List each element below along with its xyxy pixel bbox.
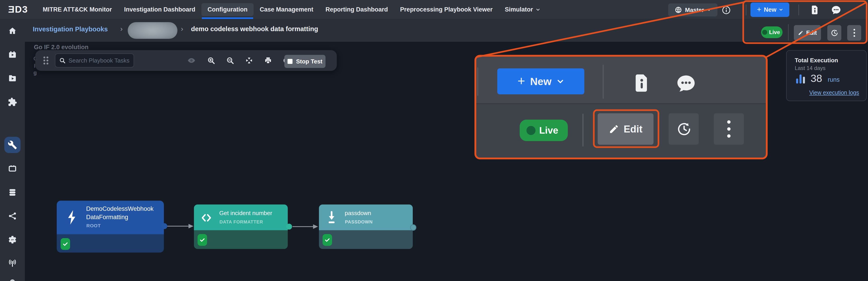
node-header: passdown PASSDOWN <box>319 205 413 230</box>
nav-item-investigation-dashboard[interactable]: Investigation Dashboard <box>118 3 202 16</box>
user-avatar-magnified[interactable] <box>712 69 743 97</box>
code-icon <box>200 212 213 224</box>
sidebar-item-scheduled-playbooks[interactable] <box>4 46 21 63</box>
success-check-badge <box>322 234 332 246</box>
canvas-toolbar: Stop Test <box>35 50 337 71</box>
view-execution-logs-link[interactable]: View execution logs <box>809 90 859 96</box>
execution-summary-panel: Total Execution Last 14 days 38 runs Vie… <box>786 50 867 101</box>
user-avatar[interactable] <box>842 0 867 20</box>
download-icon <box>326 211 338 225</box>
live-status-toggle[interactable]: Live <box>761 26 782 38</box>
breadcrumb-section-link[interactable]: Investigation Playbooks <box>33 26 108 33</box>
search-icon <box>59 57 66 64</box>
chevron-down-icon <box>557 78 564 85</box>
node-type-label: DATA FORMATTER <box>219 219 263 224</box>
sidebar-item-home[interactable] <box>4 23 21 39</box>
node-status-section <box>319 230 413 249</box>
toolbar-divider <box>477 68 478 96</box>
release-notes-icon[interactable] <box>631 73 652 94</box>
more-options-button[interactable] <box>847 25 861 41</box>
more-options-button-magnified[interactable] <box>714 113 744 145</box>
execution-count: 38 <box>811 72 822 84</box>
kebab-dot <box>854 35 855 37</box>
svg-text:API: API <box>11 239 14 241</box>
zoom-in-icon[interactable] <box>207 57 215 65</box>
node-title: passdown <box>345 209 371 217</box>
search-box <box>55 54 134 68</box>
nav-item-mitre-attack-monitor[interactable]: MITRE ATT&CK Monitor <box>37 3 118 16</box>
toolbar-divider <box>602 65 604 99</box>
chat-icon[interactable] <box>676 73 696 93</box>
edit-button-magnified[interactable]: Edit <box>598 113 653 145</box>
visibility-toggle-icon[interactable] <box>187 56 196 65</box>
info-icon[interactable] <box>722 6 731 14</box>
d3-logo[interactable]: ƎD3 <box>8 4 28 15</box>
drag-handle-icon[interactable] <box>42 56 50 65</box>
callout-bottom-row: Live Edit <box>475 103 767 159</box>
nav-item-reporting-dashboard[interactable]: Reporting Dashboard <box>319 3 394 16</box>
execution-unit: runs <box>828 76 840 83</box>
page-title: demo codeless webhook data formatting <box>191 25 318 33</box>
sidebar-item-connections[interactable] <box>4 208 21 224</box>
node-output-port[interactable] <box>410 224 416 231</box>
plus-icon: + <box>518 73 525 88</box>
new-button[interactable]: + New <box>750 2 789 17</box>
database-icon <box>8 188 17 197</box>
share-nodes-icon <box>8 211 17 220</box>
node-output-port[interactable] <box>161 223 167 229</box>
version-history-button-magnified[interactable] <box>669 113 699 145</box>
top-navigation-bar: ƎD3 MITRE ATT&CK Monitor Investigation D… <box>0 0 868 19</box>
sidebar-item-integrations[interactable] <box>4 94 21 110</box>
active-tab-indicator <box>202 17 253 19</box>
kebab-dot <box>727 127 731 131</box>
nav-item-simulator[interactable]: Simulator <box>499 3 546 16</box>
stop-test-button[interactable]: Stop Test <box>284 55 326 68</box>
breadcrumb-separator: › <box>181 25 183 33</box>
actions-divider <box>582 114 584 146</box>
new-button-magnified[interactable]: + New <box>497 68 584 94</box>
lightning-icon <box>65 209 79 225</box>
calendar-play-icon <box>8 50 17 59</box>
sidebar-item-web-reports[interactable] <box>4 276 21 281</box>
check-icon <box>62 241 68 247</box>
broadcast-icon <box>8 259 17 268</box>
edit-button[interactable]: Edit <box>794 25 821 41</box>
nav-item-case-management[interactable]: Case Management <box>254 3 319 16</box>
search-input[interactable] <box>68 57 129 64</box>
node-header: DemoCodelessWebhook DataFormatting ROOT <box>57 201 164 234</box>
sidebar-item-live-feed[interactable] <box>4 255 21 272</box>
nav-item-preprocessing-playbook-viewer[interactable]: Preprocessing Playbook Viewer <box>394 3 499 16</box>
node-output-port[interactable] <box>286 224 292 230</box>
playbook-node-root[interactable]: DemoCodelessWebhook DataFormatting ROOT <box>57 201 164 252</box>
zoom-callout-box: + New Live Edit <box>475 56 767 159</box>
node-header: Get incident number DATA FORMATTER <box>194 205 288 230</box>
zoom-out-icon[interactable] <box>226 57 234 65</box>
print-icon[interactable] <box>264 57 272 65</box>
callout-top-row: + New <box>475 56 767 103</box>
redaction-blur <box>128 22 178 39</box>
history-clock-icon <box>831 29 838 37</box>
version-history-button[interactable] <box>827 25 841 41</box>
node-title: Get incident number <box>219 209 272 217</box>
sidebar-item-api-settings[interactable]: API <box>4 232 21 248</box>
breadcrumb-bar: Investigation Playbooks › › demo codeles… <box>0 19 868 42</box>
site-selector-dropdown[interactable]: Master <box>668 3 717 16</box>
bar-chart-icon <box>796 74 806 83</box>
live-status-toggle-magnified[interactable]: Live <box>520 119 568 141</box>
breadcrumb-redacted-item <box>128 22 178 39</box>
sidebar-item-utility-commands[interactable] <box>4 137 21 153</box>
globe-icon <box>675 6 682 13</box>
kebab-dot <box>727 120 731 124</box>
sidebar-item-data-management[interactable] <box>4 184 21 201</box>
release-notes-icon[interactable] <box>810 5 820 15</box>
fit-to-screen-icon[interactable] <box>245 57 253 65</box>
playbook-node-data-formatter[interactable]: Get incident number DATA FORMATTER <box>194 205 288 249</box>
left-sidebar: API <box>0 19 25 281</box>
nav-item-configuration[interactable]: Configuration <box>202 3 254 16</box>
chat-icon[interactable] <box>831 5 841 15</box>
breadcrumb-separator: › <box>120 25 123 33</box>
node-type-label: PASSDOWN <box>345 219 373 224</box>
playbook-node-passdown[interactable]: passdown PASSDOWN <box>319 205 413 249</box>
sidebar-item-playbook-runs[interactable] <box>4 70 21 86</box>
sidebar-item-board[interactable] <box>4 161 21 177</box>
